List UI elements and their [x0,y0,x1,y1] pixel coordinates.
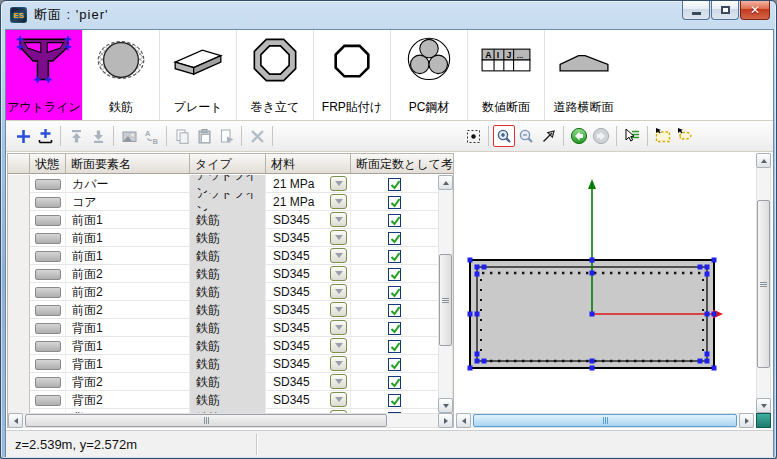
delete-button[interactable] [246,125,268,147]
status-swatch[interactable] [35,215,61,226]
considered-checkbox[interactable] [388,214,401,227]
toolbar-button-rebar[interactable]: 鉄筋 [83,30,160,120]
material-cell[interactable]: SD345 [266,355,351,373]
material-dropdown-button[interactable] [330,356,347,371]
maximize-button[interactable] [711,1,739,20]
considered-checkbox[interactable] [388,178,401,191]
material-cell[interactable]: SD345 [266,301,351,319]
fit-view-button[interactable] [462,125,484,147]
element-name-cell[interactable]: 背面2 [66,373,190,391]
material-cell[interactable]: SD345 [266,319,351,337]
header-type[interactable]: タイプ [190,154,266,174]
rect-select-button[interactable] [652,125,674,147]
title-bar[interactable]: ES 断面 : 'pier' ✕ [1,1,777,29]
table-row[interactable]: 前面1 鉄筋 SD345 [8,229,438,247]
material-cell[interactable]: SD345 [266,247,351,265]
element-name-cell[interactable]: 前面2 [66,265,190,283]
row-selector[interactable] [8,265,30,283]
material-dropdown-button[interactable] [330,230,347,245]
toolbar-button-pc-steel[interactable]: PC鋼材 [391,30,468,120]
view-forward-button[interactable] [590,125,612,147]
material-cell[interactable]: SD345 [266,391,351,409]
status-swatch[interactable] [35,251,61,262]
row-selector[interactable] [8,301,30,319]
scroll-up-button[interactable] [756,153,771,168]
element-name-cell[interactable]: 前面1 [66,229,190,247]
material-dropdown-button[interactable] [330,266,347,281]
table-row[interactable]: 前面1 鉄筋 SD345 [8,211,438,229]
table-row[interactable]: 背面1 鉄筋 SD345 [8,355,438,373]
snapshot-button[interactable] [118,125,140,147]
header-status[interactable]: 状態 [30,154,66,174]
scrollbar-thumb[interactable] [473,414,737,427]
canvas-horizontal-scrollbar[interactable] [456,413,754,428]
rename-button[interactable]: A B [140,125,162,147]
toolbar-button-frp[interactable]: FRP貼付け [314,30,391,120]
row-selector[interactable] [8,247,30,265]
extend-arrow-button[interactable] [537,125,559,147]
canvas-vertical-scrollbar[interactable] [756,153,771,413]
element-name-cell[interactable]: 前面1 [66,247,190,265]
material-cell[interactable]: SD345 [266,211,351,229]
material-dropdown-button[interactable] [330,176,347,191]
considered-checkbox[interactable] [388,394,401,407]
considered-checkbox[interactable] [388,358,401,371]
considered-checkbox[interactable] [388,196,401,209]
row-selector[interactable] [8,193,30,211]
material-cell[interactable]: SD345 [266,283,351,301]
status-swatch[interactable] [35,287,61,298]
header-considered[interactable]: 断面定数として考慮 [351,154,453,174]
table-row[interactable]: 背面2 鉄筋 SD345 [8,373,438,391]
material-cell[interactable]: SD345 [266,373,351,391]
status-swatch[interactable] [35,323,61,334]
move-up-button[interactable] [65,125,87,147]
toolbar-button-numeric-section[interactable]: A I J ... 数値断面 [468,30,545,120]
add-button[interactable] [12,125,34,147]
status-swatch[interactable] [35,269,61,280]
material-dropdown-button[interactable] [330,248,347,263]
status-swatch[interactable] [35,305,61,316]
scroll-down-button[interactable] [438,398,453,413]
material-dropdown-button[interactable] [330,212,347,227]
element-name-cell[interactable]: コア [66,193,190,211]
scroll-up-button[interactable] [438,175,453,190]
close-button[interactable]: ✕ [740,1,770,20]
lasso-select-button[interactable] [674,125,696,147]
element-name-cell[interactable]: カバー [66,175,190,193]
material-cell[interactable]: 21 MPa [266,175,351,193]
table-row[interactable]: 背面2 鉄筋 SD345 [8,391,438,409]
material-dropdown-button[interactable] [330,194,347,209]
material-dropdown-button[interactable] [330,284,347,299]
copy-button[interactable] [171,125,193,147]
material-cell[interactable]: 21 MPa [266,193,351,211]
scroll-left-button[interactable] [456,413,471,428]
element-name-cell[interactable]: 前面1 [66,211,190,229]
table-row[interactable]: 前面2 鉄筋 SD345 [8,283,438,301]
material-dropdown-button[interactable] [330,374,347,389]
row-selector[interactable] [8,319,30,337]
element-name-cell[interactable]: 前面2 [66,301,190,319]
scroll-right-button[interactable] [739,413,754,428]
scrollbar-thumb[interactable] [25,414,387,427]
table-row[interactable]: 前面1 鉄筋 SD345 [8,247,438,265]
table-horizontal-scrollbar[interactable] [8,413,453,428]
considered-checkbox[interactable] [388,376,401,389]
considered-checkbox[interactable] [388,304,401,317]
scrollbar-thumb[interactable] [439,254,452,346]
table-vertical-scrollbar[interactable] [438,175,453,413]
status-swatch[interactable] [35,197,61,208]
move-down-button[interactable] [87,125,109,147]
material-dropdown-button[interactable] [330,338,347,353]
header-name[interactable]: 断面要素名 [66,154,190,174]
considered-checkbox[interactable] [388,250,401,263]
material-dropdown-button[interactable] [330,320,347,335]
row-selector[interactable] [8,211,30,229]
row-selector[interactable] [8,175,30,193]
toolbar-button-road-section[interactable]: 道路横断面 [545,30,622,120]
status-swatch[interactable] [35,179,61,190]
status-swatch[interactable] [35,359,61,370]
status-swatch[interactable] [35,377,61,388]
header-material[interactable]: 材料 [266,154,351,174]
zoom-out-button[interactable] [515,125,537,147]
element-name-cell[interactable]: 背面2 [66,391,190,409]
